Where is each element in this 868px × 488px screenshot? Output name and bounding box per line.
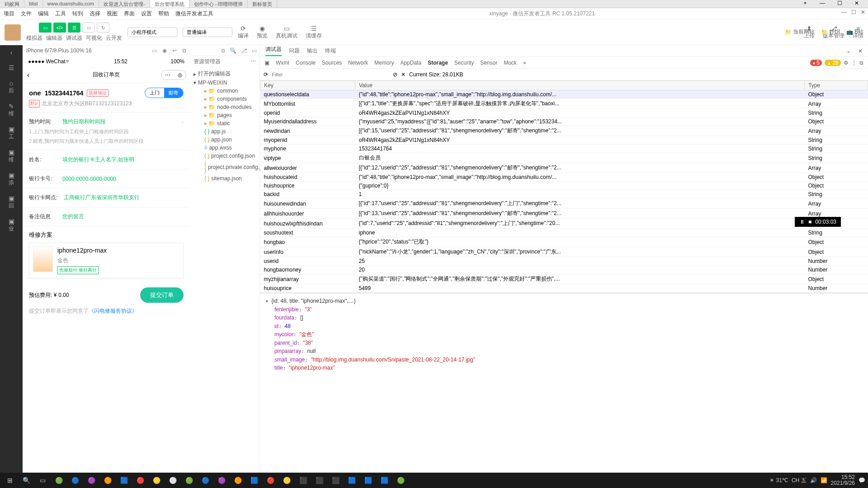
notif-icon[interactable]: 💬 — [859, 477, 865, 483]
clock[interactable]: 15:522021/9/26 — [831, 474, 855, 486]
detail-view[interactable]: ▾ {id: 48, title: "iphone12pro-max",…} f… — [260, 293, 868, 478]
storage-row[interactable]: userInfo{"nickName":"许小龙","gender":1,"la… — [260, 247, 868, 257]
toggle-mail[interactable]: 邮寄 — [164, 88, 183, 98]
search-icon[interactable]: 🔍 — [19, 474, 33, 487]
select-address-tag[interactable]: 选择地址 — [87, 89, 108, 97]
appointment-row[interactable]: 预约时间 预约日期和时间段 › — [29, 118, 184, 126]
tab-terminal[interactable]: 终端 — [325, 47, 336, 55]
app-icon[interactable]: 🟦 — [247, 474, 261, 487]
tray-icon[interactable]: 🔊 — [810, 477, 817, 483]
compile-normal-select[interactable]: 普通编译 — [183, 28, 232, 37]
browser-tab[interactable]: 创作中心 - 哔哩哔哩弹 — [189, 0, 248, 8]
storage-row[interactable]: soushuotextiphoneString — [260, 229, 868, 237]
visual-button[interactable]: ▭ — [82, 23, 95, 33]
storage-row[interactable]: myopenidoR4WR4gas2kZEaPVI1Ng1xN84hXYStri… — [260, 136, 868, 145]
agreement-link[interactable]: 《闪电修服务协议》 — [89, 308, 137, 314]
dots-icon[interactable]: ⋮ — [851, 60, 857, 66]
app-icon[interactable]: 🔴 — [133, 474, 147, 487]
browser-tab[interactable]: 欢迎进入后台管理- — [99, 0, 150, 8]
card-input[interactable]: 0000-0000-0000-0000 — [62, 176, 116, 182]
sim-record-icon[interactable]: ◉ — [162, 47, 167, 54]
browser-tab[interactable]: 后台管理系统 — [150, 0, 189, 8]
capsule-close-icon[interactable]: ◎ — [174, 70, 186, 80]
file-ext-icon[interactable]: ▭ — [252, 47, 257, 54]
simulator-button[interactable]: ▭ — [39, 23, 52, 33]
storage-row[interactable]: questionselectdata{"id":48,"title":"ipho… — [260, 90, 868, 99]
file-item[interactable]: ▸ 📁 pages — [190, 111, 259, 119]
delivery-toggle[interactable]: 上门 邮寄 — [145, 88, 184, 98]
rail-menu-icon[interactable]: ☰ — [9, 64, 14, 71]
compile-mode-select[interactable]: 小程序模式 — [127, 28, 177, 37]
sub-storage[interactable]: Storage — [428, 60, 448, 66]
file-item[interactable]: { } project.private.config.js... — [190, 160, 259, 174]
capsule-menu-icon[interactable]: ⋯ — [161, 70, 174, 80]
app-icon[interactable]: 🟡 — [149, 474, 164, 487]
sim-phone-icon[interactable]: ▭ — [152, 47, 157, 54]
app-icon[interactable]: 🔴 — [263, 474, 278, 487]
sim-back-icon[interactable]: ↩ — [172, 47, 177, 54]
file-new-icon[interactable]: ⧉ — [221, 47, 225, 54]
pause-icon[interactable]: ⏸ — [799, 219, 805, 225]
storage-row[interactable]: MYbottomlist[{"id":1,"title":"更换屏幕","spe… — [260, 99, 868, 109]
dock-icon[interactable]: ⧉ — [859, 60, 863, 66]
menu-tool[interactable]: 工具 — [55, 10, 66, 18]
menu-devtools[interactable]: 微信开发者工具 — [175, 10, 213, 18]
sub-security[interactable]: Security — [454, 60, 474, 66]
app-icon[interactable]: 🟠 — [100, 474, 115, 487]
col-value[interactable]: Value — [355, 81, 805, 90]
tab-output[interactable]: 输出 — [307, 47, 318, 55]
name-input[interactable]: 填您的银行卡主人名字,如张明 — [62, 156, 134, 164]
file-branch-icon[interactable]: ⎇ — [241, 47, 247, 54]
bookmark-item[interactable]: 📁 好UI — [821, 28, 840, 36]
weather-icon[interactable]: ☀ 31℃ — [769, 477, 788, 483]
rail-item[interactable]: ▣业 — [9, 218, 14, 233]
app-icon[interactable]: 🔵 — [198, 474, 212, 487]
filter-input[interactable] — [272, 72, 389, 77]
tree-section[interactable]: ▸ 打开的编辑器 — [190, 69, 259, 79]
stop-icon[interactable]: ■ — [808, 219, 811, 225]
clear-icon[interactable]: ☰ — [311, 25, 317, 32]
refresh-icon[interactable]: ⟳ — [264, 71, 268, 78]
sub-mock[interactable]: Mock — [504, 60, 517, 66]
address-card[interactable]: one 15323441764 选择地址 上门 邮寄 默认 北京北京市大兴区BB… — [23, 83, 190, 113]
cloud-button[interactable]: ↻ — [97, 23, 109, 33]
submit-button[interactable]: 提交订单 — [140, 287, 184, 303]
bookmark-item[interactable]: 📁 当前网站 — [785, 28, 815, 36]
menu-project[interactable]: 项目 — [4, 10, 14, 18]
storage-row[interactable]: myzhijianarray{"购买渠道":"国行","网络制式":"全网通",… — [260, 274, 868, 284]
file-item[interactable]: { } sitemap.json — [190, 174, 259, 183]
more-icon[interactable]: » — [523, 60, 526, 66]
app-icon[interactable]: ⚪ — [165, 474, 180, 487]
minimize-icon[interactable]: — — [816, 0, 829, 6]
rail-item[interactable]: ▣回 — [9, 195, 14, 210]
app-icon[interactable]: 🟣 — [214, 474, 229, 487]
tree-root[interactable]: ▾ MP-WEIXIN — [190, 79, 259, 87]
file-item[interactable]: ▸ 📁 node-modules — [190, 103, 259, 111]
storage-row[interactable]: huishouprice{"guprice":0}Object — [260, 182, 868, 190]
sub-sources[interactable]: Sources — [322, 60, 342, 66]
storage-row[interactable]: Myuseridndalladdress{"myuserid":25,"myad… — [260, 117, 868, 126]
menu-goto[interactable]: 转到 — [72, 10, 83, 18]
menu-edit[interactable]: 编辑 — [38, 10, 49, 18]
storage-row[interactable]: backid1String — [260, 190, 868, 199]
bookmark-item[interactable]: 📺 B站 — [846, 28, 863, 36]
tab-problems[interactable]: 问题 — [289, 47, 300, 55]
debugger-button[interactable]: ☰ — [68, 23, 80, 33]
close-icon[interactable]: ✕ — [858, 48, 863, 54]
warn-badge[interactable]: ▲ 26 — [825, 60, 841, 66]
browser-tab[interactable]: 码蚁网 — [0, 0, 24, 8]
note-input[interactable]: 您的留言 — [62, 213, 84, 221]
menu-interface[interactable]: 界面 — [124, 10, 135, 18]
storage-row[interactable]: huishouzwlxpfthisdindan{"id":7,"userid":… — [260, 219, 868, 229]
plan-card[interactable]: iphone12pro-max 金色 先修后付 修好再付 — [29, 243, 184, 278]
rail-item[interactable]: ▣工 — [9, 126, 14, 141]
collapse-icon[interactable]: ⌄ — [846, 48, 851, 54]
sim-copy-icon[interactable]: ⧉ — [182, 47, 186, 54]
browser-tab[interactable]: www.duanshuilu.com — [43, 0, 99, 8]
more-icon[interactable]: ⋯ — [250, 58, 256, 66]
menu-file[interactable]: 文件 — [21, 10, 32, 18]
inspect-icon[interactable]: ▣ — [264, 60, 269, 66]
rail-back-icon[interactable]: ‹ — [10, 49, 13, 56]
tab-debugger[interactable]: 调试器 — [265, 46, 282, 56]
delete-icon[interactable]: ✕ — [401, 71, 406, 78]
